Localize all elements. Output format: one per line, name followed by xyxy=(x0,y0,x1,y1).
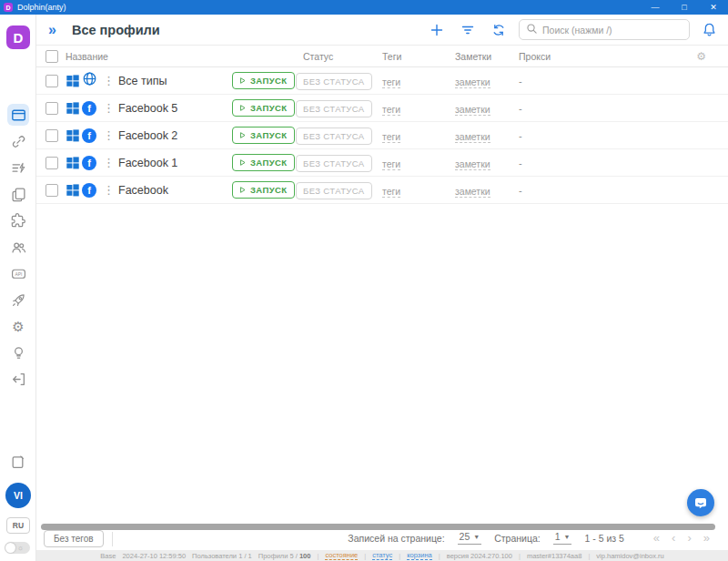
theme-toggle[interactable]: ☼ xyxy=(5,542,30,554)
sidebar-item-api[interactable]: API xyxy=(7,262,29,284)
status-badge[interactable]: БЕЗ СТАТУСА xyxy=(296,128,372,145)
next-page-button[interactable]: › xyxy=(687,531,691,545)
notifications-bell-icon[interactable] xyxy=(702,22,717,37)
proxy-cell: - xyxy=(519,76,728,87)
row-menu-kebab-icon[interactable]: ⋮ xyxy=(103,156,118,169)
app-window: D Dolphin(anty) — □ ✕ D xyxy=(0,0,728,561)
close-button[interactable]: ✕ xyxy=(699,0,728,15)
filter-icon[interactable] xyxy=(460,22,475,37)
expand-sidebar-icon[interactable]: » xyxy=(48,23,56,37)
table-header: Название Статус Теги Заметки Прокси ⚙ xyxy=(36,46,728,67)
chevron-down-icon: ▼ xyxy=(473,534,480,540)
row-menu-kebab-icon[interactable]: ⋮ xyxy=(103,128,118,142)
minimize-button[interactable]: — xyxy=(641,0,670,15)
profile-name[interactable]: Facebook 5 xyxy=(118,102,232,115)
columns-settings-gear-icon[interactable]: ⚙ xyxy=(696,50,728,63)
profile-name[interactable]: Facebook 2 xyxy=(118,129,232,142)
status-bar: Base 2024-27-10 12:59:50 Пользователи 1 … xyxy=(36,550,728,561)
sidebar-item-extensions[interactable] xyxy=(7,209,29,231)
horizontal-scrollbar[interactable] xyxy=(41,524,715,530)
tags-link[interactable]: теги xyxy=(382,104,400,116)
pagination: Записей на странице: 25 ▼ Страница: 1 ▼ … xyxy=(348,531,710,545)
sidebar-item-logout[interactable] xyxy=(7,368,29,390)
row-checkbox[interactable] xyxy=(46,157,58,169)
pages-icon xyxy=(11,187,26,202)
proxy-link-icon xyxy=(11,134,26,149)
profile-name[interactable]: Facebook xyxy=(118,184,232,197)
maximize-button[interactable]: □ xyxy=(670,0,699,15)
refresh-icon[interactable] xyxy=(490,22,506,37)
statusbar-separator: | xyxy=(588,552,590,560)
status-badge[interactable]: БЕЗ СТАТУСА xyxy=(296,100,372,117)
prev-page-button[interactable]: ‹ xyxy=(672,531,675,545)
notes-link[interactable]: заметки xyxy=(455,131,490,143)
notes-link[interactable]: заметки xyxy=(455,186,490,198)
support-chat-button[interactable] xyxy=(687,489,714,516)
page-select[interactable]: 1 ▼ xyxy=(553,531,572,545)
row-menu-kebab-icon[interactable]: ⋮ xyxy=(103,183,118,197)
column-header-proxy[interactable]: Прокси xyxy=(519,51,696,62)
state-link[interactable]: состояние xyxy=(325,551,358,560)
footer-left: Без тегов xyxy=(44,530,113,547)
column-header-status[interactable]: Статус xyxy=(303,51,382,62)
tags-link[interactable]: теги xyxy=(382,76,400,88)
base-label: Base xyxy=(100,552,116,560)
profile-name[interactable]: Facebook 1 xyxy=(118,157,232,169)
sidebar-item-team[interactable] xyxy=(7,236,29,258)
launch-button[interactable]: ЗАПУСК xyxy=(232,99,295,117)
last-page-button[interactable]: » xyxy=(703,531,710,545)
status-badge[interactable]: БЕЗ СТАТУСА xyxy=(296,155,372,172)
language-button[interactable]: RU xyxy=(6,517,30,534)
launch-cell: ЗАПУСК xyxy=(232,181,296,199)
tags-link[interactable]: теги xyxy=(382,131,400,143)
launch-button[interactable]: ЗАПУСК xyxy=(232,154,295,171)
launch-button[interactable]: ЗАПУСК xyxy=(232,181,295,199)
notes-link[interactable]: заметки xyxy=(455,76,490,88)
row-checkbox[interactable] xyxy=(46,102,58,115)
launch-button[interactable]: ЗАПУСК xyxy=(232,72,295,89)
rows-per-page-select[interactable]: 25 ▼ xyxy=(458,531,482,545)
column-header-name[interactable]: Название xyxy=(66,51,303,62)
column-header-notes[interactable]: Заметки xyxy=(455,51,519,62)
row-checkbox[interactable] xyxy=(46,129,58,142)
profile-name[interactable]: Все типы xyxy=(118,75,232,87)
sidebar-item-automation[interactable] xyxy=(7,157,29,178)
row-menu-kebab-icon[interactable]: ⋮ xyxy=(103,74,118,87)
statusbar-separator: | xyxy=(317,552,318,560)
sidebar-item-proxy[interactable] xyxy=(7,130,29,152)
proxy-cell: - xyxy=(519,158,728,168)
profiles-count-label: Профили 5 / xyxy=(258,552,298,560)
tags-cell: теги xyxy=(382,182,455,199)
tags-link[interactable]: теги xyxy=(382,186,400,198)
select-all-checkbox[interactable] xyxy=(46,50,58,63)
sidebar-item-launcher[interactable] xyxy=(7,289,29,311)
add-profile-button[interactable] xyxy=(429,22,444,37)
launch-cell: ЗАПУСК xyxy=(232,154,296,171)
notes-link[interactable]: заметки xyxy=(455,158,490,170)
sidebar-item-settings[interactable]: ⚙ xyxy=(7,315,29,337)
status-badge[interactable]: БЕЗ СТАТУСА xyxy=(296,182,372,199)
search-input[interactable] xyxy=(542,25,682,36)
sidebar-item-profiles[interactable] xyxy=(7,104,29,126)
launch-button[interactable]: ЗАПУСК xyxy=(232,127,295,144)
status-link[interactable]: статус xyxy=(372,551,392,560)
rows-per-page-value: 25 xyxy=(460,531,470,542)
user-avatar[interactable]: VI xyxy=(5,483,31,508)
profiles-count-max: 100 xyxy=(299,552,311,560)
sidebar-item-pages[interactable] xyxy=(7,183,29,205)
app-type-cell: f xyxy=(82,101,103,116)
column-header-tags[interactable]: Теги xyxy=(382,51,455,62)
row-checkbox[interactable] xyxy=(46,75,58,87)
notes-link[interactable]: заметки xyxy=(455,104,490,116)
row-checkbox[interactable] xyxy=(46,184,58,197)
first-page-button[interactable]: « xyxy=(653,531,660,545)
sidebar-item-notes[interactable] xyxy=(10,454,25,474)
row-menu-kebab-icon[interactable]: ⋮ xyxy=(103,101,118,115)
dolphin-logo[interactable]: D xyxy=(6,26,30,49)
app-type-cell: f xyxy=(82,71,103,90)
sidebar-item-ideas[interactable] xyxy=(7,342,29,363)
trash-link[interactable]: корзина xyxy=(407,551,432,560)
status-badge[interactable]: БЕЗ СТАТУСА xyxy=(296,73,372,90)
tags-link[interactable]: теги xyxy=(382,158,400,170)
no-tags-button[interactable]: Без тегов xyxy=(44,530,104,547)
